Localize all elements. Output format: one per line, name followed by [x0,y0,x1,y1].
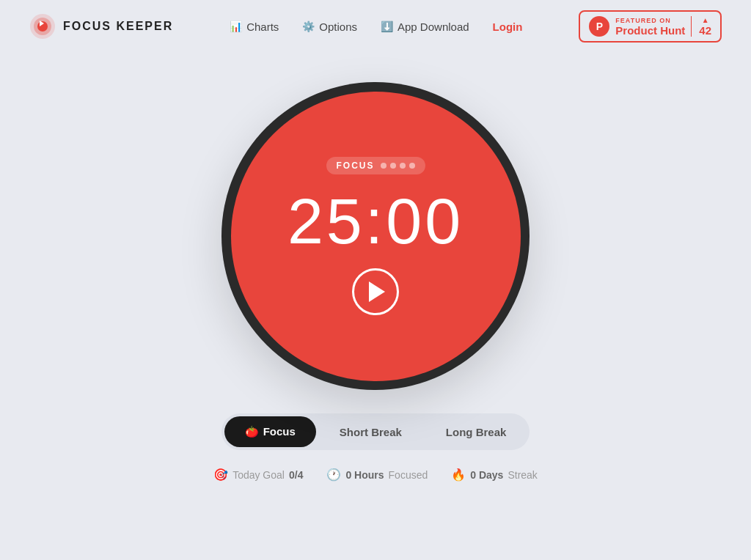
long-break-button[interactable]: Long Break [425,417,527,447]
nav-charts[interactable]: 📊 Charts [230,21,279,33]
focus-mode-button[interactable]: 🍅Focus [224,416,316,447]
stat-goal: 🎯 Today Goal 0/4 [213,468,303,482]
logo-text: FOCUS KEEPER [63,20,173,33]
stat-streak: 🔥 0 Days Streak [451,468,538,482]
play-button[interactable] [352,268,399,315]
clock-icon: 🕐 [326,468,341,482]
nav-login[interactable]: Login [493,21,523,33]
product-hunt-badge[interactable]: P FEATURED ON Product Hunt ▲ 42 [579,10,722,43]
timer-display: 25:00 [287,189,464,254]
focus-dots [381,163,415,169]
tomato-icon: 🍅 [245,425,259,438]
dot-4 [409,163,415,169]
goal-icon: 🎯 [213,468,228,482]
focus-label-container: FOCUS [326,157,425,174]
ph-logo-icon: P [589,16,609,37]
timer-outer-ring: FOCUS 25:00 [221,82,530,390]
ph-text: FEATURED ON Product Hunt [615,17,685,37]
nav-app-download[interactable]: ⬇️ App Download [381,21,469,33]
ph-votes: ▲ 42 [691,16,711,37]
nav-options[interactable]: ⚙️ Options [302,21,357,33]
logo[interactable]: FOCUS KEEPER [29,13,173,40]
stats-row: 🎯 Today Goal 0/4 🕐 0 Hours Focused 🔥 0 D… [213,468,538,482]
dot-3 [400,163,406,169]
gear-icon: ⚙️ [302,21,315,32]
timer-container: FOCUS 25:00 [221,82,530,390]
main-nav: 📊 Charts ⚙️ Options ⬇️ App Download Logi… [230,21,522,33]
stat-hours: 🕐 0 Hours Focused [326,468,428,482]
mode-label: FOCUS [337,161,375,171]
timer-inner: FOCUS 25:00 [231,92,521,381]
short-break-button[interactable]: Short Break [319,417,422,447]
logo-icon [29,13,56,40]
play-icon [369,281,385,302]
download-icon: ⬇️ [381,21,393,32]
fire-icon: 🔥 [451,468,466,482]
dot-2 [390,163,396,169]
charts-icon: 📊 [230,21,242,32]
ph-arrow-icon: ▲ [702,16,709,24]
dot-1 [381,163,387,169]
mode-buttons: 🍅Focus Short Break Long Break [221,413,530,450]
